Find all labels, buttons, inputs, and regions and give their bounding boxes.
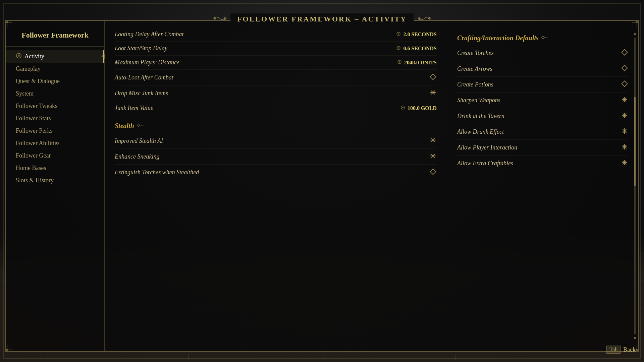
svg-point-16	[399, 61, 400, 63]
back-button-container: Tab Back	[606, 346, 636, 354]
setting-label-drop-junk: Drop Misc Junk Items	[115, 90, 168, 97]
setting-row-drop-junk: Drop Misc Junk Items	[115, 85, 437, 101]
svg-point-12	[398, 33, 399, 35]
setting-label-create-arrows: Create Arrows	[457, 65, 492, 72]
chain-icon	[396, 31, 401, 38]
svg-point-14	[398, 47, 399, 49]
setting-control-allow-extra-craftables[interactable]	[621, 159, 628, 168]
sidebar-item-home-bases[interactable]: Home Bases	[6, 162, 104, 174]
sidebar-item-follower-abilities[interactable]: Follower Abilities	[6, 137, 104, 149]
setting-row-create-potions: Create Potions	[457, 77, 628, 93]
stealth-section-header: Stealth	[115, 122, 437, 130]
sidebar-item-gameplay[interactable]: Gameplay	[6, 63, 104, 75]
svg-point-0	[6, 21, 8, 23]
scroll-up-arrow[interactable]: ▲	[633, 31, 637, 36]
setting-control-max-distance[interactable]: 2048.0 UNITS	[397, 59, 437, 66]
sidebar-item-quest-dialogue[interactable]: Quest & Dialogue	[6, 75, 104, 87]
stealth-ornament	[137, 123, 144, 129]
setting-control-extinguish-torches[interactable]	[429, 168, 437, 177]
crafting-section-header: Crafting/Interaction Defaults	[457, 34, 628, 42]
setting-control-drink-tavern[interactable]	[621, 112, 628, 120]
setting-row-drink-tavern: Drink at the Tavern	[457, 108, 628, 124]
setting-label-loot-delay: Loot Start/Stop Delay	[115, 45, 167, 52]
sidebar-item-label-system: System	[16, 90, 34, 97]
setting-label-create-torches: Create Torches	[457, 50, 494, 57]
svg-rect-38	[622, 65, 628, 71]
sidebar-item-label-follower-perks: Follower Perks	[16, 127, 53, 134]
chain-icon	[397, 59, 402, 66]
setting-label-extinguish-torches: Extinguish Torches when Stealthed	[115, 169, 199, 176]
content-right: Crafting/Interaction Defaults Create Tor…	[447, 21, 638, 351]
setting-label-enhance-sneaking: Enhance Sneaking	[115, 153, 159, 160]
chain-icon	[396, 45, 401, 52]
setting-control-sharpen-weapons[interactable]	[621, 96, 628, 105]
setting-label-drink-tavern: Drink at the Tavern	[457, 113, 504, 120]
sidebar: Follower Framework ActivityGameplayQuest…	[6, 21, 105, 351]
back-label[interactable]: Back	[623, 346, 636, 353]
setting-control-create-potions[interactable]	[621, 80, 628, 89]
setting-label-allow-extra-craftables: Allow Extra Craftables	[457, 160, 513, 167]
svg-rect-34	[430, 169, 436, 175]
setting-label-allow-drunk: Allow Drunk Effect	[457, 128, 504, 135]
setting-value-max-distance: 2048.0 UNITS	[404, 60, 437, 66]
title-ornament-right	[418, 15, 431, 23]
svg-point-4	[214, 17, 216, 19]
setting-value-junk-value: 100.0 GOLD	[408, 105, 437, 111]
setting-control-auto-loot[interactable]	[429, 73, 437, 82]
setting-control-looting-delay[interactable]: 2.0 SECONDS	[396, 31, 437, 38]
sidebar-item-activity[interactable]: Activity	[6, 50, 104, 63]
setting-control-create-arrows[interactable]	[621, 64, 628, 73]
sidebar-item-label-follower-gear: Follower Gear	[16, 152, 51, 159]
setting-row-allow-player-interaction: Allow Player Interaction	[457, 140, 628, 156]
sidebar-item-label-quest-dialogue: Quest & Dialogue	[16, 78, 60, 85]
main-settings: Looting Delay After Combat2.0 SECONDSLoo…	[115, 27, 437, 115]
setting-row-improved-stealth: Improved Stealth AI	[115, 133, 437, 149]
sidebar-item-label-follower-tweaks: Follower Tweaks	[16, 103, 57, 110]
crafting-ornament	[541, 35, 548, 41]
stealth-title: Stealth	[115, 122, 134, 130]
svg-point-2	[6, 349, 8, 351]
scroll-down-arrow[interactable]: ▼	[633, 336, 637, 341]
setting-control-allow-player-interaction[interactable]	[621, 143, 628, 152]
sidebar-nav: ActivityGameplayQuest & DialogueSystemFo…	[6, 50, 104, 187]
sidebar-item-follower-stats[interactable]: Follower Stats	[6, 112, 104, 125]
sidebar-item-system[interactable]: System	[6, 87, 104, 100]
setting-row-sharpen-weapons: Sharpen Weapons	[457, 93, 628, 108]
setting-label-allow-player-interaction: Allow Player Interaction	[457, 144, 517, 151]
sidebar-item-follower-gear[interactable]: Follower Gear	[6, 149, 104, 162]
crafting-line	[551, 38, 628, 38]
sidebar-item-follower-tweaks[interactable]: Follower Tweaks	[6, 100, 104, 112]
sidebar-heading: Follower Framework	[6, 27, 104, 47]
sidebar-item-slots-history[interactable]: Slots & History	[6, 174, 104, 187]
svg-point-6	[418, 17, 420, 19]
setting-row-allow-drunk: Allow Drunk Effect	[457, 124, 628, 140]
setting-row-loot-delay: Loot Start/Stop Delay0.6 SECONDS	[115, 42, 437, 56]
setting-label-junk-value: Junk Item Value	[115, 105, 153, 112]
chain-icon	[400, 105, 406, 112]
svg-rect-37	[622, 50, 628, 55]
setting-control-junk-value[interactable]: 100.0 GOLD	[400, 105, 437, 112]
setting-label-max-distance: Maximum Player Distance	[115, 59, 179, 66]
setting-control-allow-drunk[interactable]	[621, 127, 628, 136]
setting-control-create-torches[interactable]	[621, 49, 628, 57]
scrollbar[interactable]: ▲ ▼	[632, 31, 638, 341]
activity-icon	[16, 53, 22, 60]
title-ornament-left	[213, 15, 226, 23]
corner-bl	[5, 339, 18, 352]
setting-row-create-torches: Create Torches	[457, 45, 628, 61]
setting-control-enhance-sneaking[interactable]	[429, 152, 437, 161]
sidebar-item-label-home-bases: Home Bases	[16, 165, 46, 172]
sidebar-item-label-activity: Activity	[24, 53, 44, 60]
svg-point-9	[18, 55, 20, 57]
setting-control-loot-delay[interactable]: 0.6 SECONDS	[396, 45, 437, 52]
content-area: Looting Delay After Combat2.0 SECONDSLoo…	[105, 21, 638, 351]
setting-control-drop-junk[interactable]	[429, 89, 437, 98]
setting-label-looting-delay: Looting Delay After Combat	[115, 31, 183, 38]
setting-row-allow-extra-craftables: Allow Extra Craftables	[457, 156, 628, 171]
scrollbar-thumb[interactable]	[634, 38, 636, 335]
setting-value-loot-delay: 0.6 SECONDS	[403, 46, 437, 52]
crafting-settings: Create TorchesCreate ArrowsCreate Potion…	[457, 45, 628, 171]
setting-row-junk-value: Junk Item Value100.0 GOLD	[115, 101, 437, 115]
sidebar-item-follower-perks[interactable]: Follower Perks	[6, 125, 104, 137]
setting-control-improved-stealth[interactable]	[429, 136, 437, 145]
